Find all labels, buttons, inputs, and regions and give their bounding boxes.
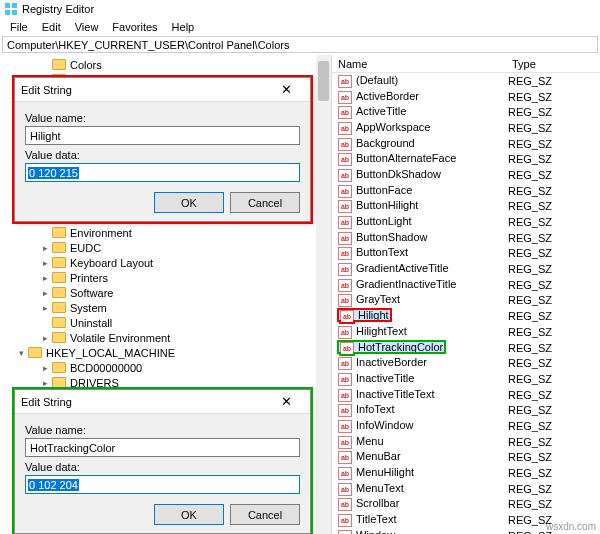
tree-item-label: EUDC (70, 242, 101, 254)
string-value-icon: ab (338, 91, 352, 104)
expander-icon[interactable]: ▸ (40, 333, 50, 343)
string-value-icon: ab (338, 420, 352, 433)
string-value-icon: ab (338, 232, 352, 245)
expander-icon[interactable]: ▸ (40, 303, 50, 313)
list-row[interactable]: abMenuTextREG_SZ (332, 481, 600, 497)
expander-icon[interactable]: ▸ (40, 258, 50, 268)
expander-icon[interactable] (40, 318, 50, 328)
tree-item[interactable]: Colors (36, 57, 331, 72)
ok-button[interactable]: OK (154, 504, 224, 525)
list-row[interactable]: abInactiveTitleTextREG_SZ (332, 387, 600, 403)
cancel-button[interactable]: Cancel (230, 504, 300, 525)
tree-item[interactable]: ▸EUDC (36, 240, 331, 255)
value-name-input[interactable] (25, 126, 300, 145)
list-row[interactable]: abActiveTitleREG_SZ (332, 104, 600, 120)
expander-icon[interactable]: ▸ (40, 288, 50, 298)
tree-item[interactable]: Uninstall (36, 315, 331, 330)
value-name: Background (356, 137, 415, 149)
tree-item[interactable]: ▸Keyboard Layout (36, 255, 331, 270)
dialog-titlebar[interactable]: Edit String ✕ (15, 78, 310, 102)
list-row[interactable]: ab(Default)REG_SZ (332, 73, 600, 89)
value-type: REG_SZ (508, 200, 552, 212)
tree-item[interactable]: ▸Software (36, 285, 331, 300)
value-name: ButtonLight (356, 215, 412, 227)
value-name: MenuBar (356, 450, 401, 462)
value-type: REG_SZ (508, 310, 552, 322)
tree-item[interactable]: Environment (36, 225, 331, 240)
folder-icon (52, 332, 66, 343)
list-row[interactable]: abHilightTextREG_SZ (332, 324, 600, 340)
list-row[interactable]: abBackgroundREG_SZ (332, 136, 600, 152)
list-row[interactable]: abMenuREG_SZ (332, 434, 600, 450)
close-icon[interactable]: ✕ (268, 79, 304, 101)
list-row[interactable]: abButtonShadowREG_SZ (332, 230, 600, 246)
list-row[interactable]: abInfoTextREG_SZ (332, 402, 600, 418)
tree-item[interactable]: ▸Printers (36, 270, 331, 285)
list-row[interactable]: abButtonHilightREG_SZ (332, 199, 600, 215)
cancel-button[interactable]: Cancel (230, 192, 300, 213)
list-row[interactable]: abGrayTextREG_SZ (332, 293, 600, 309)
list-row[interactable]: abHotTrackingColorREG_SZ (332, 340, 600, 356)
tree-item[interactable]: ▸System (36, 300, 331, 315)
value-type: REG_SZ (508, 185, 552, 197)
list-row[interactable]: abInactiveTitleREG_SZ (332, 371, 600, 387)
tree-item[interactable]: ▸BCD00000000 (36, 360, 331, 375)
expander-icon[interactable] (40, 60, 50, 70)
list-row[interactable]: abHilightREG_SZ (332, 308, 600, 324)
scrollbar-thumb[interactable] (318, 61, 329, 101)
list-row[interactable]: abButtonLightREG_SZ (332, 214, 600, 230)
expander-icon[interactable]: ▸ (40, 273, 50, 283)
column-header-name[interactable]: Name (338, 58, 512, 70)
menu-view[interactable]: View (69, 21, 105, 33)
value-name: AppWorkspace (356, 121, 430, 133)
list-row[interactable]: abMenuHilightREG_SZ (332, 465, 600, 481)
list-row[interactable]: abButtonTextREG_SZ (332, 246, 600, 262)
menu-edit[interactable]: Edit (36, 21, 67, 33)
tree-item[interactable]: ▸Volatile Environment (36, 330, 331, 345)
list-row[interactable]: abInactiveBorderREG_SZ (332, 355, 600, 371)
string-value-icon: ab (338, 138, 352, 151)
value-name-input[interactable] (25, 438, 300, 457)
list-row[interactable]: abScrollbarREG_SZ (332, 497, 600, 513)
list-row[interactable]: abInfoWindowREG_SZ (332, 418, 600, 434)
tree-item-label: Printers (70, 272, 108, 284)
value-data-label: Value data: (25, 461, 300, 473)
tree-item[interactable]: ▸DRIVERS (36, 375, 331, 390)
list-row[interactable]: abGradientActiveTitleREG_SZ (332, 261, 600, 277)
list-row[interactable]: abButtonAlternateFaceREG_SZ (332, 151, 600, 167)
tree-scrollbar[interactable] (316, 55, 331, 534)
value-data-label: Value data: (25, 149, 300, 161)
menu-help[interactable]: Help (166, 21, 201, 33)
list-row[interactable]: abGradientInactiveTitleREG_SZ (332, 277, 600, 293)
list-pane: Name Type ab(Default)REG_SZabActiveBorde… (332, 55, 600, 534)
string-value-icon: ab (338, 467, 352, 480)
expander-icon[interactable] (40, 228, 50, 238)
ok-button[interactable]: OK (154, 192, 224, 213)
list-row[interactable]: abButtonDkShadowREG_SZ (332, 167, 600, 183)
list-row[interactable]: abMenuBarREG_SZ (332, 450, 600, 466)
list-row[interactable]: abButtonFaceREG_SZ (332, 183, 600, 199)
expander-icon[interactable]: ▾ (16, 348, 26, 358)
tree-item-label: BCD00000000 (70, 362, 142, 374)
string-value-icon: ab (338, 357, 352, 370)
dialog-titlebar[interactable]: Edit String ✕ (15, 390, 310, 414)
menu-file[interactable]: File (4, 21, 34, 33)
tree-item[interactable]: ▾HKEY_LOCAL_MACHINE (16, 345, 331, 360)
list-row[interactable]: abActiveBorderREG_SZ (332, 89, 600, 105)
value-name: Window (356, 529, 395, 534)
value-data-input[interactable]: 0 120 215 (25, 163, 300, 182)
value-data-input[interactable]: 0 102 204 (25, 475, 300, 494)
list-row[interactable]: abAppWorkspaceREG_SZ (332, 120, 600, 136)
string-value-icon: ab (338, 498, 352, 511)
menu-favorites[interactable]: Favorites (106, 21, 163, 33)
address-bar[interactable]: Computer\HKEY_CURRENT_USER\Control Panel… (2, 36, 598, 53)
expander-icon[interactable]: ▸ (40, 243, 50, 253)
close-icon[interactable]: ✕ (268, 391, 304, 413)
column-header-type[interactable]: Type (512, 58, 600, 70)
expander-icon[interactable]: ▸ (40, 363, 50, 373)
value-type: REG_SZ (508, 75, 552, 87)
value-name: GradientInactiveTitle (356, 278, 456, 290)
value-type: REG_SZ (508, 342, 552, 354)
value-type: REG_SZ (508, 483, 552, 495)
expander-icon[interactable]: ▸ (40, 378, 50, 388)
